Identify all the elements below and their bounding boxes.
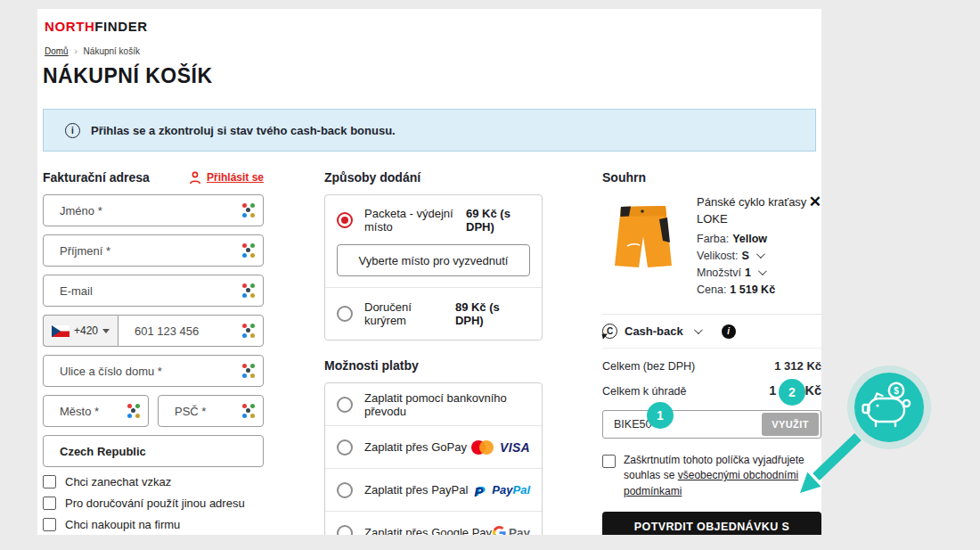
chevron-down-icon[interactable] (694, 325, 703, 334)
product-size-value: S (742, 250, 749, 262)
last-name-input[interactable] (43, 234, 264, 267)
logo-finder: FINDER (94, 19, 147, 34)
product-color-row: Farba:Yellow (697, 233, 821, 245)
autofill-icon[interactable] (241, 404, 256, 418)
payment-option-bank-transfer[interactable]: Zaplatit pomocí bankovního převodu (325, 383, 542, 425)
street-input[interactable] (43, 355, 264, 387)
shipping-option-price: 89 Kč (s DPH) (455, 300, 530, 327)
login-link[interactable]: Přihlásit se (189, 171, 264, 185)
product-title[interactable]: Pánské cyklo kraťasy LOKE (697, 194, 811, 228)
google-g-icon (493, 526, 506, 535)
subtotal-row: Celkem (bez DPH) 1 312 Kč (602, 359, 821, 373)
last-name-field-wrap (43, 234, 264, 267)
shipping-heading: Způsoby dodání (324, 170, 421, 185)
shipping-option-label: Packeta - výdejní místo (364, 207, 466, 234)
breadcrumb-home-link[interactable]: Domů (45, 46, 69, 56)
radio-selected-icon[interactable] (337, 212, 353, 228)
email-field-wrap (43, 275, 264, 307)
autofill-icon[interactable] (241, 243, 256, 258)
terms-checkbox-icon[interactable] (602, 455, 616, 468)
terms-text: Zaškrtnutím tohoto políčka vyjadřujete s… (624, 453, 821, 499)
annotation-badge-1: 1 (647, 402, 674, 429)
confirm-order-button[interactable]: POTVRDIT OBJEDNÁVKU S POVINNOSTÍ PLATBY (602, 512, 821, 535)
checkbox-icon[interactable] (43, 475, 56, 488)
phone-country-code-select[interactable]: +420 (43, 315, 118, 347)
czech-flag-icon (52, 325, 69, 337)
remove-item-icon[interactable]: ✕ (809, 194, 821, 209)
content-card: NORTHFINDER Domů › Nákupní košík NÁKUPNÍ… (37, 9, 821, 535)
billing-column: Fakturační adresa Přihlásit se (43, 168, 264, 531)
phone-row: +420 (43, 315, 264, 347)
cart-item: ✕ Pánské cyklo kraťasy LOKE Farba:Yellow… (602, 194, 821, 301)
annotation-badge-2: 2 (779, 379, 805, 406)
coupon-row: VYUŽIT (602, 410, 821, 439)
checkbox-icon[interactable] (43, 497, 56, 510)
shipping-payment-column: Způsoby dodání Packeta - výdejní místo 6… (324, 168, 543, 535)
payment-option-gopay[interactable]: Zaplatit přes GoPay VISA (325, 426, 542, 468)
country-value: Czech Republic (60, 445, 146, 458)
product-size-row: Velikost:S (697, 250, 821, 262)
visa-logo: VISA (500, 440, 530, 455)
apply-coupon-button[interactable]: VYUŽIT (762, 413, 819, 436)
product-qty-value: 1 (745, 267, 751, 279)
cashback-label: Cash-back (625, 324, 683, 338)
different-address-label: Pro doručování použít jinou adresu (65, 497, 245, 510)
different-address-checkbox-row[interactable]: Pro doručování použít jinou adresu (43, 496, 264, 510)
chevron-down-icon[interactable] (756, 250, 765, 259)
payment-option-paypal[interactable]: Zaplatit přes PayPal P P PayPal (325, 469, 542, 511)
northfinder-logo[interactable]: NORTHFINDER (45, 19, 148, 34)
cashback-info-banner: i Přihlas se a zkontroluj si stav tvého … (43, 109, 816, 152)
gpay-logo-text: Pay (509, 526, 530, 535)
breadcrumb-separator: › (74, 46, 77, 56)
first-name-input[interactable] (43, 194, 264, 226)
city-zip-row (43, 395, 264, 435)
product-price-value: 1 519 Kč (730, 283, 775, 296)
product-color-value: Yellow (732, 233, 767, 245)
radio-icon[interactable] (337, 482, 353, 498)
autofill-icon[interactable] (241, 324, 256, 338)
pickup-point-button[interactable]: Vyberte místo pro vyzvednutí (337, 244, 530, 276)
autofill-icon[interactable] (241, 203, 256, 218)
payment-option-google-pay[interactable]: Zaplatit přes Google Pay Pay (325, 512, 542, 535)
shipping-option-packeta[interactable]: Packeta - výdejní místo 69 Kč (s DPH) Vy… (325, 195, 542, 287)
shipping-option-courier[interactable]: Doručení kurýrem 89 Kč (s DPH) (325, 288, 542, 340)
radio-icon[interactable] (337, 439, 353, 456)
person-icon (189, 171, 201, 185)
radio-icon[interactable] (337, 525, 353, 536)
checkbox-icon[interactable] (43, 518, 56, 531)
billing-heading: Fakturační adresa (43, 170, 150, 185)
cashback-row[interactable]: C Cash-back i (602, 314, 821, 349)
page-title: NÁKUPNÍ KOŠÍK (43, 64, 213, 88)
radio-icon[interactable] (337, 397, 353, 413)
radio-icon[interactable] (337, 306, 353, 322)
paypal-icon: P P (474, 483, 486, 497)
mastercard-icon (471, 440, 494, 455)
street-field-wrap (43, 355, 264, 387)
shipping-options-box: Packeta - výdejní místo 69 Kč (s DPH) Vy… (324, 194, 543, 341)
email-input[interactable] (43, 275, 264, 307)
piggy-circle (854, 373, 924, 442)
leave-message-label: Chci zanechat vzkaz (65, 475, 171, 488)
company-purchase-label: Chci nakoupit na firmu (65, 518, 180, 531)
autofill-icon[interactable] (127, 404, 141, 418)
payment-option-label: Zaplatit pomocí bankovního převodu (364, 391, 530, 418)
terms-checkbox-row[interactable]: Zaškrtnutím tohoto políčka vyjadřujete s… (602, 453, 821, 499)
leave-message-checkbox-row[interactable]: Chci zanechat vzkaz (43, 474, 264, 488)
summary-column: Souhrn ✕ Pánské cyklo kraťasy LOKE Farba… (602, 168, 821, 535)
subtotal-value: 1 312 Kč (774, 359, 821, 373)
city-field-wrap (43, 395, 149, 427)
chevron-down-icon[interactable] (758, 267, 767, 275)
cashback-icon: C (602, 324, 617, 339)
product-image-shorts[interactable] (602, 194, 684, 280)
zip-field-wrap (158, 395, 264, 427)
dollar-sign: $ (894, 386, 899, 396)
product-qty-row: Množství1 (697, 267, 821, 279)
shipping-option-label: Doručení kurýrem (364, 300, 455, 327)
company-purchase-checkbox-row[interactable]: Chci nakoupit na firmu (43, 517, 264, 531)
arrow-shaft (816, 437, 858, 477)
cashback-info-icon[interactable]: i (722, 324, 736, 339)
country-select[interactable]: Czech Republic (43, 435, 264, 467)
autofill-icon[interactable] (241, 364, 256, 378)
banner-text: Přihlas se a zkontroluj si stav tvého ca… (91, 124, 396, 137)
autofill-icon[interactable] (241, 283, 256, 298)
